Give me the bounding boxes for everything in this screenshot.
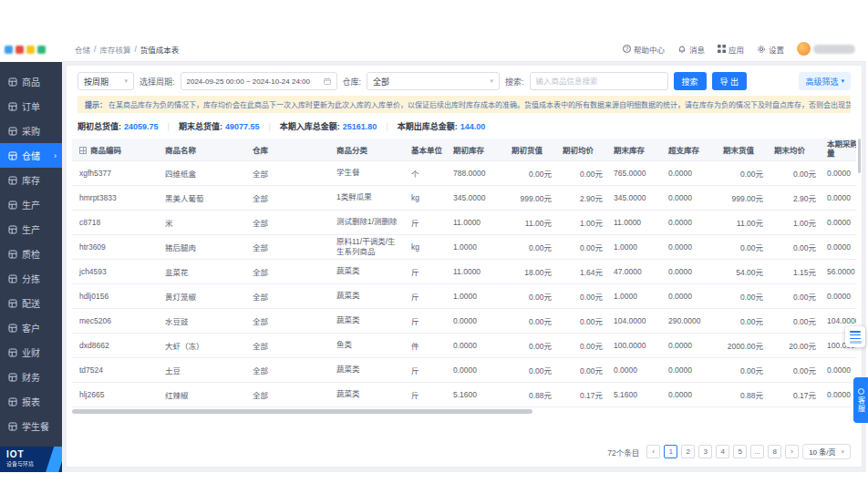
- sidebar-item-student-meal[interactable]: 学生餐 ›: [0, 414, 62, 438]
- table-row[interactable]: td7524土豆全部蔬菜类斤0.00000.00元0.00元0.00000.00…: [72, 357, 856, 382]
- page-button-4[interactable]: 4: [716, 445, 729, 458]
- sidebar-item-production2[interactable]: 生产 ›: [0, 217, 62, 242]
- table-cell: xgfh5377: [72, 160, 160, 185]
- production-icon: [8, 201, 17, 210]
- help-float-widget[interactable]: [845, 326, 865, 347]
- messages-button[interactable]: 消息: [677, 44, 705, 55]
- date-range-picker[interactable]: 2024-09-25 00:00 ~ 2024-10-24 24:00: [181, 72, 337, 90]
- page-button-2[interactable]: 2: [681, 445, 695, 458]
- gear-icon: [757, 45, 766, 54]
- summary-label: 期初总货值:: [78, 120, 121, 132]
- sidebar-item-finance[interactable]: 财务 ›: [0, 365, 62, 389]
- column-header-9[interactable]: 期末库存: [608, 139, 663, 160]
- vertical-scrollbar-thumb[interactable]: [858, 139, 861, 173]
- next-page-button[interactable]: ›: [785, 445, 799, 458]
- sidebar-item-delivery[interactable]: 配送 ›: [0, 291, 62, 315]
- sidebar-item-production[interactable]: 生产 ›: [0, 192, 62, 217]
- customer-service-float-button[interactable]: 客服: [853, 377, 868, 423]
- search-button[interactable]: 搜索: [674, 72, 707, 90]
- settings-button[interactable]: 设置: [757, 44, 784, 55]
- table-cell: 2.90元: [769, 185, 822, 210]
- sidebar-item-purchase[interactable]: 采购 ›: [0, 118, 62, 143]
- table-row[interactable]: hdlj0156黄灯笼椒全部蔬菜类斤1.00000.00元0.00元1.0000…: [72, 283, 856, 308]
- page-button-1[interactable]: 1: [664, 445, 677, 458]
- table-cell: 0.00元: [769, 283, 822, 308]
- goods-icon: [8, 77, 17, 87]
- table-cell: td7524: [72, 357, 160, 382]
- table-cell: 0.00元: [506, 283, 557, 308]
- column-header-1[interactable]: 商品编码: [72, 139, 160, 160]
- column-header-8[interactable]: 期初均价: [557, 139, 608, 160]
- table-cell: 红辣椒: [160, 382, 247, 406]
- horizontal-scrollbar[interactable]: [72, 409, 856, 417]
- table-cell: 个: [406, 160, 448, 185]
- search-label: 搜索:: [505, 76, 524, 87]
- apps-button[interactable]: 应用: [718, 44, 744, 55]
- sidebar-item-quality-check[interactable]: 质检 ›: [0, 242, 62, 266]
- help-center-button[interactable]: ? 帮助中心: [623, 44, 665, 55]
- table-cell: 0.00元: [769, 160, 822, 185]
- column-header-12[interactable]: 期末均价: [769, 139, 822, 160]
- table-row[interactable]: hmrpt3833黑美人葡萄全部1类鲜瓜果kg345.0000999.00元2.…: [72, 185, 856, 210]
- sidebar-item-goods[interactable]: 商品 ›: [0, 69, 62, 94]
- table-cell: 0.00元: [506, 234, 557, 259]
- sidebar-item-business-finance[interactable]: 业财 ›: [0, 340, 62, 365]
- warehouse-select[interactable]: 全部 ▾: [367, 72, 500, 90]
- table-row[interactable]: hlj2665红辣椒全部蔬菜类斤5.16000.88元0.17元5.16000.…: [72, 382, 856, 406]
- table-cell: 0.0000: [822, 210, 856, 234]
- sidebar-item-sorting[interactable]: 分拣 ›: [0, 266, 62, 291]
- breadcrumb-item-warehouse[interactable]: 仓储: [75, 44, 90, 55]
- table-cell: 斤: [406, 382, 448, 406]
- prev-page-button[interactable]: ‹: [646, 445, 660, 458]
- table-cell: 0.00元: [557, 333, 608, 357]
- app-logo[interactable]: [0, 36, 62, 62]
- search-input[interactable]: [530, 72, 668, 90]
- advanced-filter-button[interactable]: 高级筛选 ▾: [799, 72, 851, 90]
- table-cell: 11.0000: [448, 210, 506, 234]
- column-header-13[interactable]: 本期采购入量: [822, 139, 856, 160]
- page-button-8[interactable]: 8: [768, 445, 781, 458]
- user-menu[interactable]: [797, 42, 855, 56]
- header-actions: ? 帮助中心 消息 应用 设置: [623, 42, 855, 56]
- export-button[interactable]: 导 出: [712, 72, 748, 90]
- table-cell: 0.0000: [822, 382, 856, 406]
- table-cell: 0.0000: [663, 283, 718, 308]
- column-header-3[interactable]: 仓库: [247, 139, 331, 160]
- table-row[interactable]: htr3609猪后腿肉全部原料11/干调类/生生系列商品kg1.00000.00…: [72, 234, 856, 259]
- period-type-select[interactable]: 按周期 ▾: [78, 72, 134, 90]
- sidebar-item-reports[interactable]: 报表 ›: [0, 389, 62, 414]
- column-header-11[interactable]: 期末货值: [718, 139, 769, 160]
- iot-title: IOT: [6, 450, 62, 459]
- summary-bar: 期初总货值:24059.75|期末总货值:49077.55|本期入库总金额:25…: [67, 113, 862, 139]
- table-row[interactable]: xgfh5377四维纸盒全部学生餐个788.00000.00元0.00元765.…: [72, 160, 856, 185]
- advanced-filter-label: 高级筛选: [805, 76, 838, 87]
- sidebar-item-customer[interactable]: 客户 ›: [0, 315, 62, 340]
- column-header-10[interactable]: 超支库存: [663, 139, 718, 160]
- table-cell: 斤: [406, 308, 448, 333]
- column-header-5[interactable]: 基本单位: [406, 139, 448, 160]
- table-row[interactable]: c8718米全部测试删除1/测删除斤11.000011.00元1.00元11.0…: [72, 210, 856, 234]
- table-cell: 蔬菜类: [331, 283, 406, 308]
- column-header-4[interactable]: 商品分类: [331, 139, 406, 160]
- breadcrumb-item-inventory-accounting[interactable]: 库存核算: [99, 44, 130, 55]
- table-cell: 0.0000: [663, 382, 718, 406]
- table-cell: 100.0000: [608, 333, 663, 357]
- table-row[interactable]: jch4593韭菜花全部蔬菜类斤11.000018.00元1.64元47.000…: [72, 259, 856, 283]
- summary-label: 本期入库总金额:: [280, 120, 340, 132]
- column-settings-icon[interactable]: [79, 147, 87, 154]
- column-header-6[interactable]: 期初库存: [448, 139, 506, 160]
- table-row[interactable]: dxd8662大虾（冻）全部鱼类件0.00000.00元0.00元100.000…: [72, 333, 856, 357]
- column-header-7[interactable]: 期初货值: [506, 139, 557, 160]
- table-cell: 0.0000: [822, 357, 856, 382]
- table-row[interactable]: mec5206水豆豉全部蔬菜类斤0.00000.00元0.00元104.0000…: [72, 308, 856, 333]
- horizontal-scrollbar-thumb[interactable]: [72, 409, 532, 414]
- column-header-2[interactable]: 商品名称: [160, 139, 247, 160]
- page-ellipsis[interactable]: ...: [750, 445, 764, 458]
- page-button-3[interactable]: 3: [698, 445, 712, 458]
- page-size-select[interactable]: 10 条/页 ▾: [802, 444, 851, 459]
- sidebar-item-warehouse[interactable]: 仓储 ›: [0, 143, 62, 168]
- sidebar-item-inventory[interactable]: 库存 ›: [0, 168, 62, 192]
- page-button-5[interactable]: 5: [733, 445, 747, 458]
- table-cell: mec5206: [72, 308, 160, 333]
- sidebar-item-orders[interactable]: 订单 ›: [0, 94, 62, 118]
